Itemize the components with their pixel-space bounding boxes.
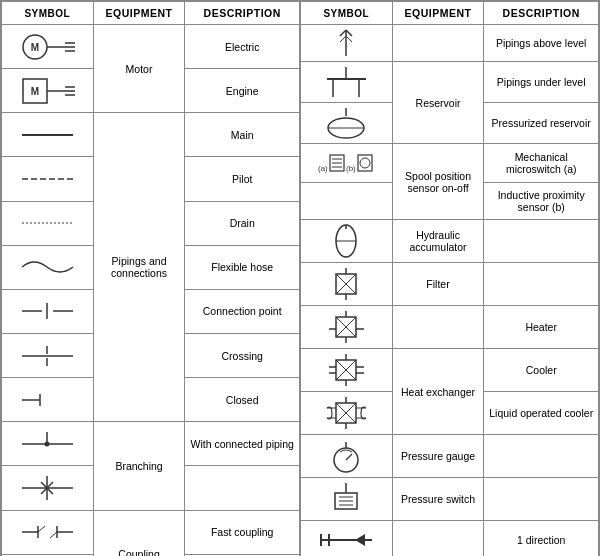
equipment-pipings: Pipings and connections (93, 113, 185, 422)
equipment-reservoir: Reservoir (392, 62, 484, 144)
symbol-flexible-hose (2, 245, 94, 289)
svg-text:(a): (a) (318, 164, 328, 173)
desc-liquid-cooler: Liquid operated cooler (484, 392, 599, 435)
svg-line-47 (340, 36, 346, 42)
desc-hydraulic-acc (484, 220, 599, 263)
equipment-heater (392, 306, 484, 349)
desc-main: Main (185, 113, 300, 157)
right-table: SYMBOL EQUIPMENT DESCRIPTION (300, 1, 599, 556)
equipment-spool-sensor: Spool position sensor on-off (392, 144, 484, 220)
desc-pressure-gauge (484, 435, 599, 478)
equipment-filter: Filter (392, 263, 484, 306)
desc-electric: Electric (185, 25, 300, 69)
symbol-pressure-switch (301, 478, 393, 521)
left-header-description: DESCRIPTION (185, 2, 300, 25)
table-row: Pressure gauge (301, 435, 599, 478)
desc-pilot: Pilot (185, 157, 300, 201)
equipment-hydraulic-acc: Hydraulic accumulator (392, 220, 484, 263)
left-header-equipment: EQUIPMENT (93, 2, 185, 25)
table-row: Pipings above level (301, 25, 599, 62)
table-row: Hydraulic accumulator (301, 220, 599, 263)
symbol-branching-main (2, 422, 94, 466)
symbol-heat-exchanger (301, 349, 393, 392)
symbol-closed (2, 378, 94, 422)
symbol-motor-electric: M (2, 25, 94, 69)
desc-branching-main: With connected piping (185, 422, 300, 466)
symbol-heater (301, 306, 393, 349)
symbol-line-pilot (2, 157, 94, 201)
equipment-heat-exchanger: Heat exchanger (392, 349, 484, 435)
svg-text:(b): (b) (346, 164, 356, 173)
desc-mechanical-microswitch: Mechanical microswitch (a) (484, 144, 599, 183)
table-row: Pipings and connections Main (2, 113, 300, 157)
svg-line-46 (346, 30, 352, 36)
svg-text:M: M (31, 86, 39, 97)
table-row: Coupling Fast coupling (2, 510, 300, 554)
equipment-branching: Branching (93, 422, 185, 510)
symbol-filter (301, 263, 393, 306)
svg-line-87 (346, 454, 352, 460)
svg-line-45 (340, 30, 346, 36)
desc-branching-x (185, 466, 300, 510)
symbol-pressurized-reservoir (301, 103, 393, 144)
desc-filter (484, 263, 599, 306)
desc-crossing: Crossing (185, 333, 300, 377)
svg-line-34 (38, 526, 45, 532)
main-container: SYMBOL EQUIPMENT DESCRIPTION M (0, 0, 600, 556)
symbol-rotating-shaft-1 (301, 521, 393, 557)
svg-marker-96 (355, 534, 365, 546)
symbol-line-drain (2, 201, 94, 245)
symbol-pressure-gauge (301, 435, 393, 478)
table-row: Branching With connected piping (2, 422, 300, 466)
symbol-spool-sensor-b (301, 183, 393, 220)
right-header-description: DESCRIPTION (484, 2, 599, 25)
desc-coupling-fast: Fast coupling (185, 510, 300, 554)
table-row: M Motor Electric (2, 25, 300, 69)
table-row: (a) (b) Spool position sensor on-off Mec… (301, 144, 599, 183)
right-header-equipment: EQUIPMENT (392, 2, 484, 25)
desc-pipings-above: Pipings above level (484, 25, 599, 62)
left-table: SYMBOL EQUIPMENT DESCRIPTION M (1, 1, 300, 556)
equipment-rotating-shaft: Rotating shaft (392, 521, 484, 557)
desc-heater: Heater (484, 306, 599, 349)
symbol-line-main (2, 113, 94, 157)
svg-point-25 (44, 441, 49, 446)
table-row: Reservoir Pipings under level (301, 62, 599, 103)
desc-pressurized-reservoir: Pressurized reservoir (484, 103, 599, 144)
equipment-pressure-switch: Pressure switch (392, 478, 484, 521)
table-row: Heat exchanger Cooler (301, 349, 599, 392)
desc-flexible-hose: Flexible hose (185, 245, 300, 289)
symbol-spool-sensor-a: (a) (b) (301, 144, 393, 183)
symbol-pipings-above (301, 25, 393, 62)
desc-cooler: Cooler (484, 349, 599, 392)
equipment-pipings-level (392, 25, 484, 62)
symbol-reservoir (301, 62, 393, 103)
table-row: Filter (301, 263, 599, 306)
svg-text:M: M (31, 42, 39, 53)
svg-point-63 (360, 158, 370, 168)
table-row: Pressure switch (301, 478, 599, 521)
equipment-coupling: Coupling (93, 510, 185, 556)
desc-1-direction: 1 direction (484, 521, 599, 557)
desc-drain: Drain (185, 201, 300, 245)
symbol-branching-x (2, 466, 94, 510)
desc-closed: Closed (185, 378, 300, 422)
equipment-pressure-gauge: Pressure gauge (392, 435, 484, 478)
symbol-motor-engine: M (2, 69, 94, 113)
table-row: Rotating shaft 1 direction (301, 521, 599, 557)
table-row: Heater (301, 306, 599, 349)
svg-line-35 (50, 532, 57, 538)
desc-pressure-switch (484, 478, 599, 521)
right-header-symbol: SYMBOL (301, 2, 393, 25)
symbol-crossing (2, 333, 94, 377)
symbol-hydraulic-accumulator (301, 220, 393, 263)
symbol-coupling-fast (2, 510, 94, 554)
symbol-liquid-cooler (301, 392, 393, 435)
desc-connection-point: Connection point (185, 289, 300, 333)
desc-inductive-sensor: Inductive proximity sensor (b) (484, 183, 599, 220)
left-header-symbol: SYMBOL (2, 2, 94, 25)
symbol-connection-point (2, 289, 94, 333)
desc-engine: Engine (185, 69, 300, 113)
desc-pipings-under: Pipings under level (484, 62, 599, 103)
equipment-motor: Motor (93, 25, 185, 113)
